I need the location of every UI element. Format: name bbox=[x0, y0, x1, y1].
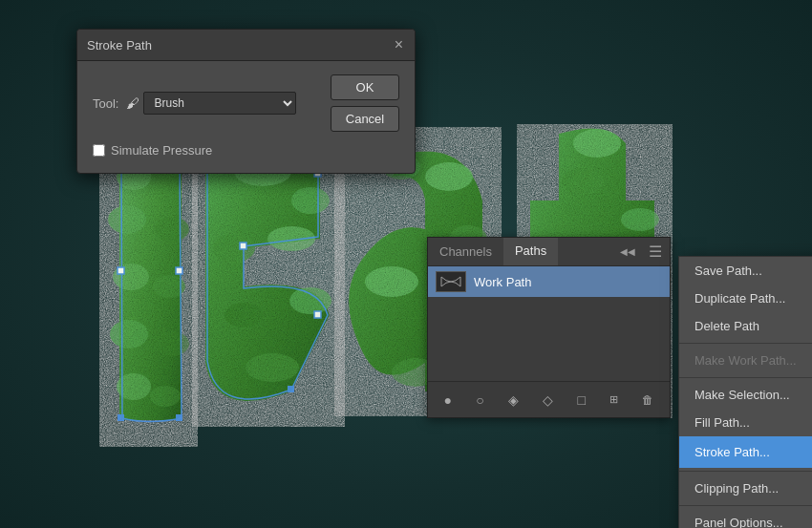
paths-panel: Channels Paths ◀◀ ☰ Work Path ● ○ ◈ ◇ □ … bbox=[427, 237, 671, 418]
menu-divider-1 bbox=[679, 343, 812, 344]
ok-button[interactable]: OK bbox=[331, 74, 399, 100]
dialog-buttons: OK Cancel bbox=[331, 74, 399, 132]
paths-tab[interactable]: Paths bbox=[503, 238, 558, 265]
menu-make-work-path: Make Work Path... bbox=[679, 347, 812, 374]
svg-point-19 bbox=[425, 162, 473, 191]
svg-point-26 bbox=[573, 129, 621, 158]
panel-header: Channels Paths ◀◀ ☰ bbox=[428, 238, 670, 266]
svg-rect-37 bbox=[176, 414, 182, 421]
simulate-pressure-row: Simulate Pressure bbox=[93, 143, 399, 158]
duplicate-path-btn[interactable]: ⊞ bbox=[604, 391, 624, 408]
svg-point-18 bbox=[246, 353, 299, 382]
menu-duplicate-path[interactable]: Duplicate Path... bbox=[679, 285, 812, 312]
work-path-item[interactable]: Work Path bbox=[428, 266, 670, 297]
svg-rect-42 bbox=[288, 386, 294, 392]
dialog-title: Stroke Path bbox=[87, 38, 152, 53]
dialog-close-button[interactable]: × bbox=[393, 37, 405, 53]
path-thumb-svg bbox=[438, 273, 464, 290]
svg-point-13 bbox=[291, 187, 330, 214]
svg-point-27 bbox=[621, 208, 659, 231]
cancel-button[interactable]: Cancel bbox=[331, 106, 399, 132]
fill-path-btn[interactable]: ● bbox=[438, 391, 458, 410]
panel-collapse-btn[interactable]: ◀◀ bbox=[614, 243, 641, 261]
svg-rect-41 bbox=[314, 311, 321, 318]
path-item-name: Work Path bbox=[474, 275, 531, 289]
svg-rect-36 bbox=[118, 414, 124, 421]
context-menu: Save Path... Duplicate Path... Delete Pa… bbox=[678, 256, 812, 528]
menu-delete-path[interactable]: Delete Path bbox=[679, 312, 812, 340]
stroke-path-btn[interactable]: ○ bbox=[470, 391, 489, 410]
menu-divider-3 bbox=[679, 471, 812, 472]
svg-point-14 bbox=[213, 234, 255, 263]
stroke-path-dialog: Stroke Path × Tool: 🖌 Brush OK Cancel Si… bbox=[76, 29, 416, 174]
tool-label: Tool: bbox=[93, 96, 118, 111]
menu-divider-2 bbox=[679, 377, 812, 378]
make-work-path-btn[interactable]: ◇ bbox=[537, 391, 559, 410]
path-thumbnail bbox=[436, 271, 466, 292]
svg-rect-40 bbox=[240, 243, 246, 249]
simulate-pressure-label: Simulate Pressure bbox=[111, 143, 212, 158]
delete-path-btn[interactable]: 🗑 bbox=[636, 391, 659, 409]
svg-rect-34 bbox=[118, 267, 124, 274]
menu-make-selection[interactable]: Make Selection... bbox=[679, 381, 812, 409]
panel-menu-btn[interactable]: ☰ bbox=[641, 239, 670, 264]
svg-point-22 bbox=[365, 266, 418, 297]
svg-point-17 bbox=[224, 303, 263, 327]
new-path-btn[interactable]: □ bbox=[571, 391, 590, 410]
svg-rect-35 bbox=[176, 267, 182, 274]
dialog-body: Tool: 🖌 Brush OK Cancel Simulate Pressur… bbox=[77, 61, 415, 173]
menu-clipping-path[interactable]: Clipping Path... bbox=[679, 475, 812, 502]
load-path-btn[interactable]: ◈ bbox=[502, 391, 524, 410]
tool-select[interactable]: Brush bbox=[143, 92, 296, 115]
channels-tab[interactable]: Channels bbox=[428, 239, 503, 264]
panel-footer: ● ○ ◈ ◇ □ ⊞ 🗑 bbox=[428, 381, 670, 417]
dialog-titlebar: Stroke Path × bbox=[77, 30, 415, 61]
simulate-pressure-checkbox[interactable] bbox=[93, 144, 105, 157]
menu-fill-path[interactable]: Fill Path... bbox=[679, 409, 812, 436]
panel-body: Work Path bbox=[428, 266, 670, 381]
svg-rect-11 bbox=[119, 153, 182, 420]
menu-panel-options[interactable]: Panel Options... bbox=[679, 509, 812, 528]
brush-icon: 🖌 bbox=[126, 95, 139, 111]
menu-divider-4 bbox=[679, 505, 812, 506]
menu-save-path[interactable]: Save Path... bbox=[679, 257, 812, 285]
tool-row: Tool: 🖌 Brush OK Cancel bbox=[93, 74, 399, 132]
svg-point-28 bbox=[562, 168, 604, 195]
menu-stroke-path[interactable]: Stroke Path... ↖ bbox=[679, 436, 812, 468]
